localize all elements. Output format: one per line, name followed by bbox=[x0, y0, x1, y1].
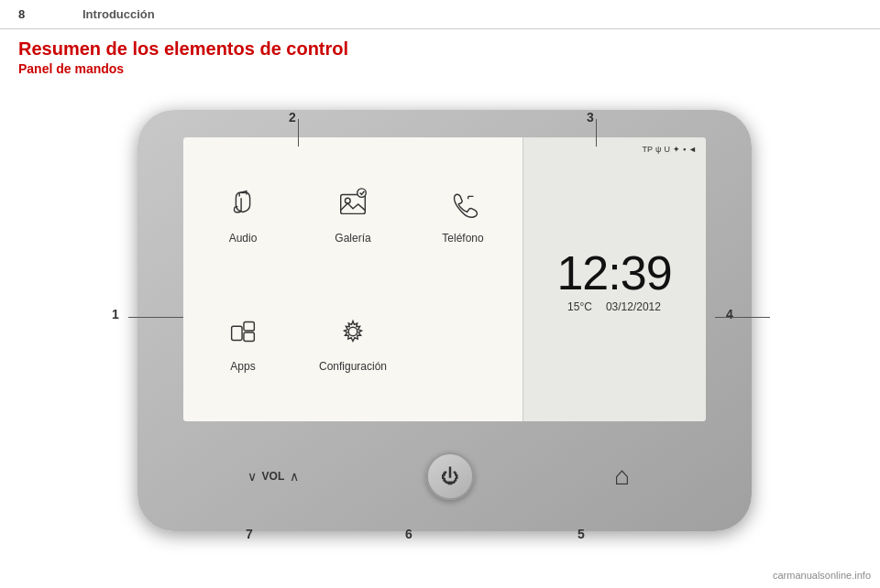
sub-title: Panel de mandos bbox=[0, 61, 880, 83]
menu-empty bbox=[412, 284, 513, 403]
telefono-icon bbox=[446, 186, 480, 226]
home-button[interactable]: ⌂ bbox=[601, 456, 642, 496]
status-bt: ✦ bbox=[673, 145, 680, 154]
callout-5: 5 bbox=[578, 527, 585, 541]
main-title: Resumen de los elementos de control bbox=[0, 29, 880, 61]
status-battery: ▪ bbox=[683, 145, 686, 154]
audio-label: Audio bbox=[229, 232, 258, 245]
device-screen: Audio Galería bbox=[183, 137, 706, 421]
device-body: Audio Galería bbox=[138, 110, 752, 531]
vol-control: ∨ VOL ∧ bbox=[248, 469, 300, 484]
clock-time: 12:39 bbox=[556, 249, 671, 297]
power-button[interactable]: ⏻ bbox=[426, 452, 474, 500]
configuracion-label: Configuración bbox=[319, 360, 387, 373]
vol-label: VOL bbox=[262, 470, 285, 483]
menu-item-apps[interactable]: Apps bbox=[192, 284, 293, 403]
callout-line-1 bbox=[128, 317, 183, 318]
clock-temp: 15°C bbox=[567, 300, 592, 313]
screen-divider bbox=[522, 137, 523, 421]
callout-line-2 bbox=[298, 119, 299, 147]
menu-item-telefono[interactable]: Teléfono bbox=[412, 156, 513, 275]
configuracion-icon bbox=[336, 314, 370, 354]
audio-icon bbox=[226, 186, 260, 226]
page-number: 8 bbox=[18, 7, 46, 21]
menu-item-audio[interactable]: Audio bbox=[192, 156, 293, 275]
clock-area: 12:39 15°C 03/12/2012 bbox=[532, 154, 697, 408]
clock-info: 15°C 03/12/2012 bbox=[567, 300, 661, 313]
device-container: Audio Galería bbox=[110, 101, 779, 540]
galeria-icon bbox=[336, 186, 370, 226]
svg-point-2 bbox=[358, 189, 367, 198]
status-u: U bbox=[664, 145, 670, 154]
status-vol: ◄ bbox=[688, 145, 697, 154]
callout-1: 1 bbox=[112, 307, 119, 321]
vol-down-button[interactable]: ∨ bbox=[248, 469, 257, 484]
svg-rect-4 bbox=[244, 322, 254, 332]
status-signal: ψ bbox=[655, 145, 661, 154]
screen-menu-panel: Audio Galería bbox=[183, 137, 522, 421]
callout-line-3 bbox=[596, 119, 597, 147]
section-title: Introducción bbox=[82, 7, 155, 21]
callout-2: 2 bbox=[289, 110, 296, 125]
telefono-label: Teléfono bbox=[442, 232, 483, 245]
power-icon: ⏻ bbox=[441, 466, 459, 487]
callout-7: 7 bbox=[246, 527, 253, 541]
menu-item-galeria[interactable]: Galería bbox=[302, 156, 403, 275]
apps-label: Apps bbox=[230, 360, 255, 373]
galeria-label: Galería bbox=[335, 232, 370, 245]
vol-up-button[interactable]: ∧ bbox=[290, 469, 299, 484]
status-bar: TP ψ U ✦ ▪ ◄ bbox=[532, 145, 697, 154]
clock-date: 03/12/2012 bbox=[606, 300, 661, 313]
callout-3: 3 bbox=[587, 110, 594, 125]
svg-point-6 bbox=[348, 327, 358, 336]
apps-icon bbox=[226, 314, 260, 354]
home-icon: ⌂ bbox=[614, 462, 630, 491]
page-header: 8 Introducción bbox=[0, 0, 880, 29]
device-controls: ∨ VOL ∧ ⏻ ⌂ bbox=[183, 435, 706, 517]
menu-item-configuracion[interactable]: Configuración bbox=[302, 284, 403, 403]
watermark: carmanualsonline.info bbox=[773, 570, 871, 581]
callout-4: 4 bbox=[726, 307, 733, 321]
callout-6: 6 bbox=[405, 527, 412, 541]
svg-rect-5 bbox=[244, 332, 254, 342]
status-tp: TP bbox=[642, 145, 653, 154]
svg-rect-3 bbox=[232, 326, 242, 340]
screen-clock-panel: TP ψ U ✦ ▪ ◄ 12:39 15°C 03/12/2012 bbox=[522, 137, 706, 421]
callout-line-4 bbox=[715, 317, 770, 318]
